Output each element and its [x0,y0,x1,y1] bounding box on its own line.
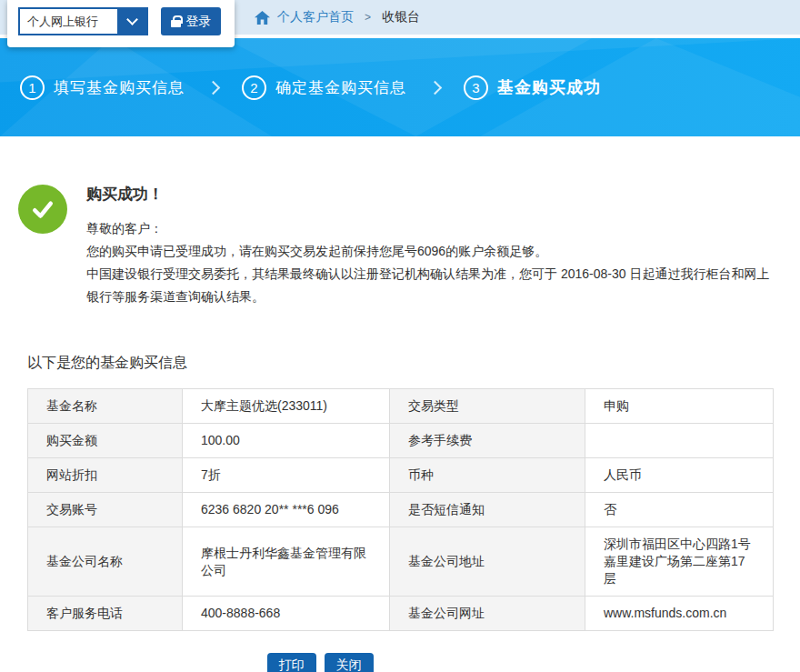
row-value-cell: 100.00 [183,424,390,458]
section-title: 以下是您的基金购买信息 [27,354,773,373]
step-label: 填写基金购买信息 [54,77,185,98]
row-value-cell: 否 [585,493,774,527]
row-value-cell: 7折 [183,458,390,493]
success-text: 购买成功！ 尊敬的客户： 您的购买申请已受理成功，请在购买交易发起前保持您尾号6… [86,185,773,308]
table-row: 基金名称 大摩主题优选(233011) 交易类型 申购 [28,389,774,424]
row-label-cell: 币种 [390,458,585,493]
row-label-cell: 参考手续费 [390,424,585,458]
row-value-cell: 人民币 [585,458,774,493]
success-block: 购买成功！ 尊敬的客户： 您的购买申请已受理成功，请在购买交易发起前保持您尾号6… [0,136,800,308]
site-select-value: 个人网上银行 [20,9,117,34]
table-row: 客户服务电话 400-8888-668 基金公司网址 www.msfunds.c… [28,597,774,631]
step-separator-icon [206,80,221,95]
row-value-cell: 大摩主题优选(233011) [183,389,390,424]
row-label-cell: 交易类型 [390,389,585,424]
success-title: 购买成功！ [86,185,773,205]
step-number-badge: 2 [242,75,266,100]
row-value-cell: www.msfunds.com.cn [585,597,774,631]
steps-banner: 1 填写基金购买信息 2 确定基金购买信息 3 基金购买成功 [0,38,800,136]
home-icon [255,11,270,25]
step-label: 确定基金购买信息 [275,77,406,98]
success-icon [18,185,67,234]
step-item-2: 2 确定基金购买信息 [242,75,406,100]
step-number-badge: 3 [464,75,488,100]
breadcrumb-separator: > [361,11,375,24]
lock-icon [171,20,181,27]
print-button[interactable]: 打印 [267,653,316,672]
row-value-cell [585,424,774,458]
row-label-cell: 基金公司网址 [390,597,585,631]
chevron-down-icon [126,14,138,25]
row-value-cell: 6236 6820 20** ***6 096 [183,493,390,527]
breadcrumb-current: 收银台 [382,9,420,25]
row-value-cell: 申购 [585,389,774,424]
table-row: 交易账号 6236 6820 20** ***6 096 是否短信通知 否 [28,493,774,527]
breadcrumb: 个人客户首页 > 收银台 [255,0,420,35]
row-label-cell: 网站折扣 [28,458,183,493]
success-salutation: 尊敬的客户： [86,217,773,240]
success-message-line-2: 中国建设银行受理交易委托，其结果最终确认以注册登记机构确认结果为准，您可于 20… [86,263,773,308]
check-icon [29,196,56,223]
step-item-1: 1 填写基金购买信息 [20,75,185,100]
step-item-3-active: 3 基金购买成功 [464,75,601,100]
row-value-cell: 400-8888-668 [183,597,390,631]
site-select[interactable]: 个人网上银行 [18,7,148,35]
progress-steps: 1 填写基金购买信息 2 确定基金购买信息 3 基金购买成功 [20,75,601,100]
fund-info-table: 基金名称 大摩主题优选(233011) 交易类型 申购 购买金额 100.00 … [27,388,774,631]
table-row: 网站折扣 7折 币种 人民币 [28,458,774,493]
row-label-cell: 客户服务电话 [28,597,183,631]
login-button[interactable]: 登录 [161,7,221,35]
row-label-cell: 基金公司地址 [390,527,585,597]
close-button[interactable]: 关闭 [325,653,374,672]
success-message-line-1: 您的购买申请已受理成功，请在购买交易发起前保持您尾号6096的账户余额足够。 [86,240,773,263]
row-label-cell: 基金名称 [28,389,183,424]
row-label-cell: 是否短信通知 [390,493,585,527]
login-button-label: 登录 [186,14,212,30]
step-number-badge: 1 [20,75,45,100]
select-dropdown-button[interactable] [117,9,146,34]
row-label-cell: 交易账号 [28,493,183,527]
login-panel: 个人网上银行 登录 [7,0,235,47]
step-separator-icon [428,80,443,95]
action-buttons: 打印 关闭 [0,653,720,672]
row-label-cell: 基金公司名称 [28,527,183,597]
row-value-cell: 摩根士丹利华鑫基金管理有限公司 [183,527,390,597]
row-label-cell: 购买金额 [28,424,183,458]
app-header: 个人网上银行 登录 个人客户首页 > 收银台 [0,0,800,35]
table-row: 基金公司名称 摩根士丹利华鑫基金管理有限公司 基金公司地址 深圳市福田区中心四路… [28,527,774,597]
step-label: 基金购买成功 [497,76,601,98]
row-value-cell: 深圳市福田区中心四路1号嘉里建设广场第二座第17层 [585,527,774,597]
breadcrumb-home-link[interactable]: 个人客户首页 [277,9,354,25]
fund-info-table-body: 基金名称 大摩主题优选(233011) 交易类型 申购 购买金额 100.00 … [28,389,774,631]
table-row: 购买金额 100.00 参考手续费 [28,424,774,458]
